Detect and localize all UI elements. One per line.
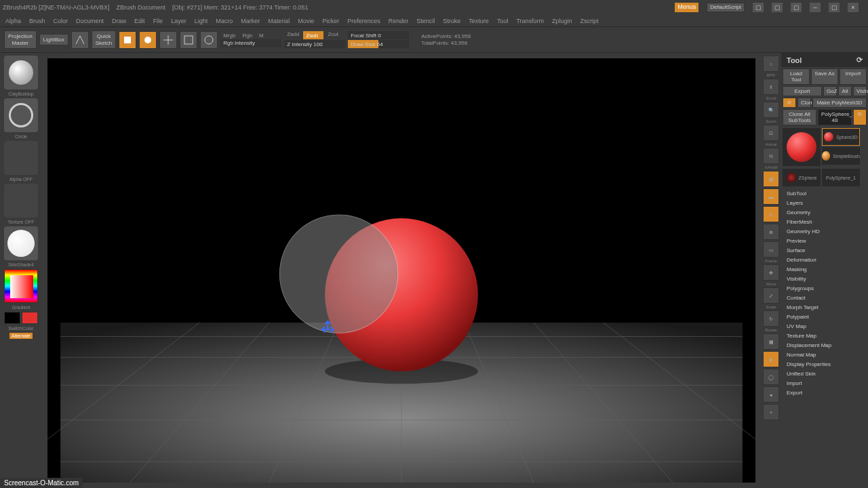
menu-draw[interactable]: Draw (112, 18, 126, 24)
menus-button[interactable]: Menus (675, 3, 698, 12)
swatch-red[interactable] (22, 312, 38, 324)
close-button[interactable]: × (848, 3, 859, 12)
menu-zplugin[interactable]: Zplugin (552, 18, 572, 24)
clone-all-subtools-button[interactable]: Clone All SubTools (783, 109, 816, 125)
clone-button[interactable]: Clone (797, 98, 811, 108)
polyf-button[interactable]: ▦ (763, 333, 779, 350)
lcam-button[interactable]: ⊕ (763, 224, 779, 240)
all-button[interactable]: All (838, 86, 852, 96)
export-button[interactable]: Export (783, 86, 822, 96)
panel-unifiedskin[interactable]: Unified Skin (784, 369, 865, 378)
aahalf-button[interactable]: ½ (763, 148, 779, 164)
win-btn-3[interactable]: ▢ (791, 3, 802, 12)
refresh-icon[interactable]: ⟳ (856, 56, 863, 64)
menu-tool[interactable]: Tool (497, 18, 509, 24)
color-picker[interactable] (4, 269, 38, 303)
menu-stencil[interactable]: Stencil (416, 18, 435, 24)
panel-polypaint[interactable]: Polypaint (784, 312, 865, 321)
local-button[interactable]: ⊙ (763, 206, 779, 222)
menu-material[interactable]: Material (268, 18, 290, 24)
menu-brush[interactable]: Brush (29, 18, 45, 24)
save-as-button[interactable]: Save As (811, 68, 838, 85)
menu-document[interactable]: Document (76, 18, 104, 24)
bpr-button[interactable]: ○ (763, 56, 779, 72)
visible-button[interactable]: Visible (853, 86, 867, 96)
switch-color-button[interactable]: SwitchColor (8, 326, 33, 331)
scale-tool-icon[interactable] (180, 31, 197, 49)
default-script[interactable]: DefaultScript (707, 3, 745, 12)
panel-displacement[interactable]: Displacement Map (784, 341, 865, 350)
zoom-button[interactable]: 🔍 (763, 102, 779, 118)
move-tool-icon[interactable] (159, 31, 177, 49)
menu-transform[interactable]: Transform (516, 18, 544, 24)
panel-surface[interactable]: Surface (784, 246, 865, 255)
projection-master-button[interactable]: Projection Master (4, 30, 37, 49)
menu-preferences[interactable]: Preferences (347, 18, 380, 24)
goz-button[interactable]: GoZ (823, 86, 837, 96)
panel-layers[interactable]: Layers (784, 199, 865, 207)
win-btn-2[interactable]: ▢ (772, 3, 783, 12)
lightbox-button[interactable]: LightBox (39, 34, 68, 46)
minimize-button[interactable]: – (810, 3, 821, 12)
edit-button[interactable] (119, 31, 136, 49)
panel-preview[interactable]: Preview (784, 237, 865, 245)
menu-texture[interactable]: Texture (469, 18, 489, 24)
tool-preview-main[interactable] (783, 128, 821, 166)
scale-button[interactable]: ⤢ (763, 287, 779, 304)
floor-button[interactable]: ▬ (763, 188, 779, 205)
transp-button[interactable]: ◐ (763, 351, 779, 367)
panel-normalmap[interactable]: Normal Map (784, 350, 865, 359)
rgb-button[interactable]: Rgb (239, 33, 255, 39)
win-btn-1[interactable]: ▢ (753, 3, 764, 12)
panel-uvmap[interactable]: UV Map (784, 322, 865, 331)
zcut-button[interactable]: Zcut (325, 31, 341, 39)
scroll-button[interactable]: ⇕ (763, 79, 779, 95)
move-button[interactable]: ✥ (763, 264, 779, 281)
menu-light[interactable]: Light (195, 18, 208, 24)
panel-display[interactable]: Display Properties (784, 360, 865, 369)
r-button-2[interactable]: R (853, 109, 867, 125)
import-button[interactable]: Import (840, 68, 867, 85)
swatch-black[interactable] (4, 312, 20, 324)
gradient-button[interactable]: Gradient (12, 305, 31, 310)
panel-subtool[interactable]: SubTool (784, 189, 865, 198)
panel-morphtarget[interactable]: Morph Target (784, 303, 865, 312)
solo-button[interactable]: ● (763, 386, 779, 403)
menu-zscript[interactable]: Zscript (580, 18, 599, 24)
viewport[interactable] (47, 58, 755, 483)
panel-geometry[interactable]: Geometry (784, 208, 865, 217)
menu-edit[interactable]: Edit (134, 18, 145, 24)
ghost-button[interactable]: ◯ (763, 369, 779, 385)
menu-macro[interactable]: Macro (216, 18, 233, 24)
tool-name[interactable]: PolySphere_1. 48 (818, 109, 852, 125)
panel-geometryhd[interactable]: Geometry HD (784, 227, 865, 236)
panel-export[interactable]: Export (784, 388, 865, 397)
thumb-zsphere[interactable]: ZSphere (783, 169, 821, 186)
load-tool-button[interactable]: Load Tool (783, 68, 810, 85)
focal-shift-slider[interactable]: Focal Shift 0 (348, 31, 409, 39)
brush-slot[interactable] (4, 56, 38, 89)
draw-size-slider[interactable]: Draw Size 64 (348, 40, 409, 48)
quicksketch-button[interactable]: Quick Sketch (92, 30, 116, 49)
panel-masking[interactable]: Masking (784, 265, 865, 274)
panel-deformation[interactable]: Deformation (784, 256, 865, 264)
menu-color[interactable]: Color (54, 18, 68, 24)
persp-button[interactable]: ▦ (763, 171, 779, 187)
panel-contact[interactable]: Contact (784, 293, 865, 302)
draw-button[interactable] (139, 31, 157, 49)
panel-polygroups[interactable]: Polygroups (784, 284, 865, 293)
zsub-button[interactable]: Zsub (303, 31, 323, 39)
maximize-button[interactable]: ▢ (829, 3, 840, 12)
menu-file[interactable]: File (153, 18, 163, 24)
alpha-slot[interactable] (4, 141, 38, 175)
make-polymesh-button[interactable]: Make PolyMesh3D (812, 98, 867, 108)
thumb-simplebrush[interactable]: SimpleBrush (822, 147, 860, 165)
menu-layer[interactable]: Layer (171, 18, 186, 24)
frame-button[interactable]: ▭ (763, 241, 779, 258)
alternate-button[interactable]: Alternate (9, 333, 33, 339)
thumb-sphere3d[interactable]: Sphere3D (822, 128, 860, 146)
menu-stroke[interactable]: Stroke (443, 18, 460, 24)
rotate-button[interactable]: ↻ (763, 310, 779, 327)
panel-import[interactable]: Import (784, 379, 865, 388)
mrgb-button[interactable]: Mrgb (220, 33, 238, 39)
